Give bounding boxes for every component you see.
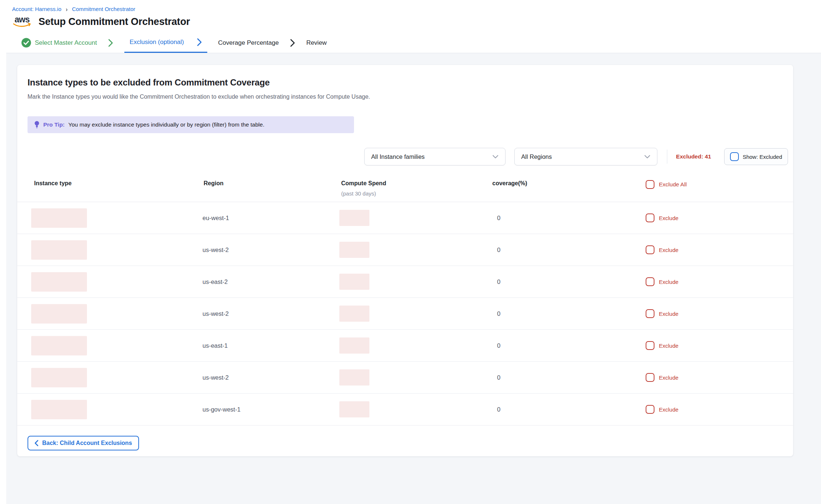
exclude-checkbox[interactable]: [646, 213, 654, 222]
region-value: us-west-2: [171, 246, 325, 253]
table-header: Instance type Region Compute Spend (past…: [17, 180, 793, 202]
region-value: us-west-2: [171, 374, 325, 381]
col-region: Region: [171, 180, 325, 197]
table-row: us-gov-west-1 0 Exclude: [17, 394, 793, 426]
instance-family-dropdown-value: All Instance families: [371, 153, 425, 160]
exclude-checkbox[interactable]: [646, 309, 654, 318]
step-review[interactable]: Review: [306, 33, 327, 53]
chevron-down-icon: [644, 155, 650, 159]
pro-tip-text: You may exclude instance types individua…: [68, 121, 264, 128]
table-row: eu-west-1 0 Exclude: [17, 202, 793, 234]
breadcrumb-account-link[interactable]: Account: Harness.io: [12, 6, 61, 12]
table-row: us-west-2 0 Exclude: [17, 234, 793, 266]
exclude-label[interactable]: Exclude: [659, 375, 678, 381]
exclude-all-label[interactable]: Exclude All: [659, 180, 687, 189]
step-exclusion[interactable]: Exclusion (optional): [124, 33, 207, 53]
redacted-compute-spend: [339, 274, 369, 290]
redacted-compute-spend: [339, 242, 369, 258]
col-coverage: coverage(%): [479, 180, 634, 197]
exclude-label[interactable]: Exclude: [659, 406, 678, 413]
back-button[interactable]: Back: Child Account Exclusions: [28, 436, 139, 450]
redacted-instance-type: [31, 240, 87, 260]
region-dropdown-value: All Regions: [521, 153, 552, 160]
region-value: us-gov-west-1: [171, 406, 325, 413]
step-chevron-icon: [197, 38, 202, 47]
aws-logo-text: aws: [15, 16, 29, 23]
page: Account: Harness.io › Commitment Orchest…: [0, 0, 821, 504]
pro-tip-banner: Pro Tip: You may exclude instance types …: [28, 116, 354, 133]
coverage-value: 0: [479, 406, 634, 413]
coverage-value: 0: [479, 374, 634, 381]
exclude-checkbox[interactable]: [646, 341, 654, 350]
exclude-label[interactable]: Exclude: [659, 311, 678, 317]
panel-heading: Instance types to be excluded from Commi…: [17, 65, 793, 88]
col-exclude-all: Exclude All: [634, 180, 793, 197]
exclude-label[interactable]: Exclude: [659, 215, 678, 221]
page-title: Setup Commitment Orchestrator: [39, 16, 190, 28]
region-value: us-east-1: [171, 342, 325, 349]
redacted-compute-spend: [339, 337, 369, 354]
redacted-instance-type: [31, 336, 87, 355]
exclude-label[interactable]: Exclude: [659, 279, 678, 285]
step-label: Review: [306, 39, 327, 47]
exclude-label[interactable]: Exclude: [659, 343, 678, 349]
region-value: us-east-2: [171, 278, 325, 285]
step-select-master-account[interactable]: Select Master Account: [21, 33, 97, 53]
step-label: Coverage Percentage: [218, 39, 279, 47]
redacted-instance-type: [31, 400, 87, 419]
wizard-stepper: Select Master Account Exclusion (optiona…: [6, 33, 821, 53]
exclude-checkbox[interactable]: [646, 405, 654, 414]
step-coverage-percentage[interactable]: Coverage Percentage: [218, 33, 279, 53]
chevron-down-icon: [492, 155, 499, 159]
region-dropdown[interactable]: All Regions: [514, 148, 657, 165]
coverage-value: 0: [479, 215, 634, 222]
redacted-compute-spend: [339, 210, 369, 226]
exclusion-panel: Instance types to be excluded from Commi…: [17, 65, 793, 456]
col-compute-spend-sub: (past 30 days): [341, 190, 479, 197]
pro-tip-label: Pro Tip:: [43, 121, 65, 128]
exclude-all-checkbox[interactable]: [646, 180, 654, 189]
breadcrumb: Account: Harness.io › Commitment Orchest…: [12, 6, 821, 12]
step-chevron-icon: [290, 33, 295, 53]
col-compute-spend: Compute Spend (past 30 days): [325, 180, 479, 197]
show-excluded-toggle[interactable]: Show: Excluded: [724, 148, 788, 165]
redacted-compute-spend: [339, 306, 369, 322]
region-value: us-west-2: [171, 310, 325, 317]
col-instance-type: Instance type: [17, 180, 171, 197]
instance-family-dropdown[interactable]: All Instance families: [364, 148, 506, 165]
coverage-value: 0: [479, 342, 634, 349]
check-circle-icon: [21, 38, 31, 48]
show-excluded-checkbox[interactable]: [730, 152, 739, 161]
redacted-instance-type: [31, 304, 87, 324]
chevron-left-icon: [34, 440, 39, 446]
table-row: us-east-2 0 Exclude: [17, 266, 793, 298]
breadcrumb-separator-icon: ›: [66, 6, 67, 13]
redacted-compute-spend: [339, 401, 369, 417]
col-compute-spend-title: Compute Spend: [341, 180, 386, 186]
exclude-checkbox[interactable]: [646, 245, 654, 254]
exclude-checkbox[interactable]: [646, 277, 654, 286]
lightbulb-icon: [34, 121, 40, 129]
title-row: aws Setup Commitment Orchestrator: [12, 16, 821, 28]
exclude-label[interactable]: Exclude: [659, 247, 678, 253]
filter-divider: [667, 150, 667, 164]
filter-row: All Instance families All Regions Exclud…: [17, 148, 793, 165]
back-button-label: Back: Child Account Exclusions: [42, 440, 132, 446]
redacted-instance-type: [31, 272, 87, 292]
content-area: Instance types to be excluded from Commi…: [6, 53, 821, 504]
step-label: Select Master Account: [35, 39, 97, 47]
breadcrumb-page-link[interactable]: Commitment Orchestrator: [72, 6, 135, 12]
aws-smile-icon: [12, 23, 32, 28]
aws-logo: aws: [12, 16, 32, 28]
region-value: eu-west-1: [171, 215, 325, 222]
excluded-count: Excluded: 41: [676, 153, 711, 160]
table-row: us-west-2 0 Exclude: [17, 362, 793, 394]
coverage-value: 0: [479, 246, 634, 253]
coverage-value: 0: [479, 310, 634, 317]
step-chevron-icon: [108, 33, 113, 53]
page-header: Account: Harness.io › Commitment Orchest…: [0, 0, 821, 28]
redacted-compute-spend: [339, 369, 369, 386]
show-excluded-label: Show: Excluded: [742, 154, 782, 160]
panel-subheading: Mark the Instance types you would like t…: [17, 88, 793, 100]
exclude-checkbox[interactable]: [646, 373, 654, 382]
